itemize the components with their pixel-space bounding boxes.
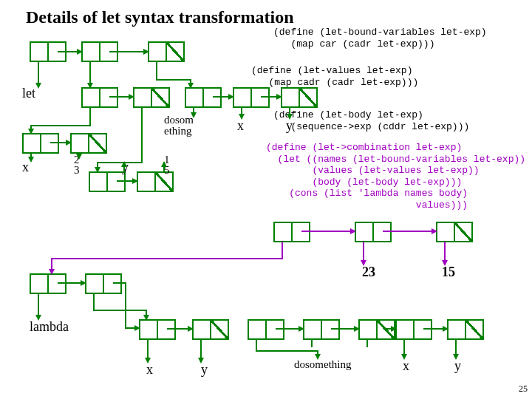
page-number: 25	[519, 383, 528, 395]
svg-marker-36	[442, 260, 448, 266]
purple-arrows	[0, 0, 532, 399]
svg-marker-35	[361, 260, 366, 266]
svg-marker-37	[49, 269, 55, 275]
svg-marker-34	[432, 228, 437, 234]
svg-marker-33	[350, 228, 356, 234]
